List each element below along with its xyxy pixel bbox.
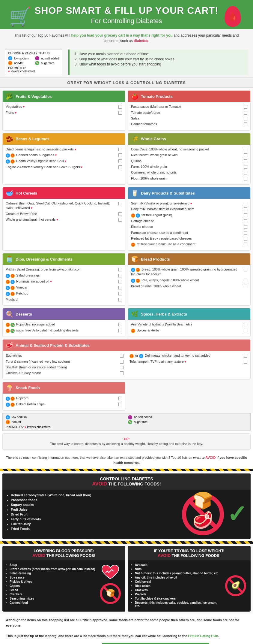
intro-text: This list of our Top 50 Favorites will h… [6, 33, 247, 44]
dairy-check-4[interactable] [244, 219, 247, 223]
wg-item-6: Flour: 100% whole grain [131, 176, 247, 181]
hc-item-1: Oatmeal (Irish Oats, Steel Cut, Old Fash… [6, 201, 122, 210]
protein-check-5[interactable] [244, 354, 247, 358]
beans-check-4[interactable] [118, 165, 122, 169]
promotes-title: PROMOTES: [8, 66, 26, 70]
pritikin-logo-text: pritikin www.pritikin.com [225, 642, 247, 644]
snacks-check-2[interactable] [118, 403, 122, 406]
nonfat-label: non-fat [14, 62, 23, 65]
dairy-item-1: Soy milk (Vanilla or plain): unsweetened… [131, 201, 247, 206]
promotes-label: lowers cholesterol [11, 70, 35, 73]
legend-title: CHOOSE A VARIETY THAT IS: [8, 52, 59, 55]
hc-check-3[interactable] [118, 218, 122, 222]
dairy-check-3[interactable] [244, 213, 247, 217]
spices-icon: 🌿 [131, 310, 138, 318]
wl-subtitle: THE FOLLOWING FOODS! [172, 553, 221, 558]
legend2-sugar-free-label: sugar free [134, 420, 147, 424]
dairy-check-5[interactable] [244, 225, 247, 229]
tomato-check-3[interactable] [244, 117, 247, 120]
dips-check-1[interactable] [118, 268, 122, 271]
dairy-icon: 🥛 [131, 189, 138, 197]
fruits-check-1[interactable] [118, 105, 122, 109]
spices-check-2[interactable] [244, 329, 247, 332]
dairy-check-1[interactable] [244, 202, 247, 205]
footer-text-1: Although the items on this shopping list… [6, 618, 247, 628]
dips-check-3[interactable] [118, 280, 122, 283]
dips-card: 🫙 Dips, Dressings & Condiments Pritikin … [2, 253, 125, 306]
beans-check-2[interactable] [118, 153, 122, 157]
wg-check-2[interactable] [244, 153, 247, 157]
fruits-card: 🥦 Fruits & Vegetables Vegetables ♥ Fruit… [2, 90, 125, 131]
protein-check-2[interactable] [120, 360, 124, 364]
legend2-sugar-free: 🍬 sugar free [128, 420, 247, 424]
bread-check-1[interactable] [244, 268, 247, 271]
tomato-check-2[interactable] [244, 111, 247, 115]
beans-icon: 🫘 [6, 135, 13, 143]
fruits-check-2[interactable] [118, 111, 122, 115]
spices-check-1[interactable] [244, 323, 247, 326]
sugar-free-label: sugar free [41, 62, 55, 65]
wg-check-5[interactable] [244, 171, 247, 174]
snacks-check-1[interactable] [118, 397, 122, 400]
protein-check-1[interactable] [120, 354, 124, 358]
wholegrains-title: Whole Grains [141, 137, 166, 141]
hotcereals-icon: 🥣 [6, 189, 13, 197]
dips-check-5[interactable] [118, 292, 122, 295]
visit-button[interactable]: Visit Pritikin.com for some delicious an… [102, 643, 209, 644]
wg-check-1[interactable] [244, 148, 247, 151]
no-salt-label: no salt added [41, 57, 59, 60]
dairy-check-7[interactable] [244, 237, 247, 240]
bread-check-2[interactable] [244, 279, 247, 282]
tomato-check-4[interactable] [244, 122, 247, 126]
protein-header: 🥩 Animal & Seafood Protein & Substitutes [3, 340, 250, 351]
dairy-check-8[interactable] [244, 243, 247, 246]
dips-check-2[interactable] [118, 274, 122, 277]
protein-check-4[interactable] [120, 371, 124, 375]
spices-body: Any Variety of Extracts (Vanilla Bean, e… [128, 320, 250, 336]
desserts-title: Desserts [16, 312, 32, 316]
desserts-check-2[interactable] [118, 329, 122, 332]
dips-item-6: Mustard [6, 297, 122, 302]
fruits-header: 🥦 Fruits & Vegetables [3, 91, 125, 102]
dips-check-4[interactable] [118, 286, 122, 289]
beans-check-1[interactable] [118, 148, 122, 151]
tip-2: Keep track of what goes into your cart b… [79, 57, 245, 61]
da-item-8: Fried Foods [11, 527, 179, 531]
beans-check-3[interactable] [118, 159, 122, 163]
wl-item-9: Tortilla chips & rice crackers [135, 597, 221, 600]
protein-check-6[interactable] [244, 360, 247, 364]
fruits-title: Fruits & Vegetables [16, 94, 52, 99]
diabetes-avoid-section: CONTROLLING DIABETES AVOID THE FOLLOWING… [2, 473, 251, 539]
snacks-icon: 🍿 [6, 384, 13, 392]
hc-check-2[interactable] [118, 212, 122, 216]
tomato-check-1[interactable] [244, 105, 247, 109]
bread-icon: 🍞 [131, 255, 138, 263]
protein-check-3[interactable] [120, 366, 124, 369]
dips-check-6[interactable] [118, 298, 122, 301]
legend2-low-sodium: 💧 low sodium [6, 415, 125, 419]
desserts-check-1[interactable] [118, 323, 122, 326]
wl-item-8: Pretzels [135, 593, 221, 596]
legend-items: 💧 low sodium 🚫 no salt added ⭕ non-fat 🍬… [8, 56, 59, 65]
legend2-sugar-free-icon: 🍬 [128, 420, 132, 424]
hc-check-1[interactable] [118, 202, 122, 205]
wg-item-4: Farro: 100% whole grain [131, 165, 247, 169]
wl-header: IF YOU'RE TRYING TO LOSE WEIGHT: AVOID T… [128, 546, 251, 560]
dairy-check-2[interactable] [244, 207, 247, 211]
dips-icon: 🫙 [6, 255, 13, 263]
wg-check-6[interactable] [244, 177, 247, 180]
legend-nonfat: ⭕ non-fat [8, 61, 32, 65]
dairy-check-6[interactable] [244, 231, 247, 235]
wg-check-4[interactable] [244, 165, 247, 169]
tip-label: TIP: [124, 437, 130, 441]
conflict-text-body: There is so much conflicting information… [6, 456, 247, 465]
dairy-item-2: Dairy milk: non-fat skim or evaporated s… [131, 207, 247, 211]
bread-check-3[interactable] [244, 285, 247, 288]
snacks-body: 💧⭕ Popcorn 💧⭕ Baked Tortilla chips [3, 394, 125, 410]
wg-check-3[interactable] [244, 159, 247, 163]
legend2-nonfat: ⭕ non-fat [6, 420, 125, 424]
dips-item-2: 💧⭕ Salad dressings [6, 273, 122, 278]
bp-avoid-word: AVOID [32, 553, 45, 558]
pritikin-link[interactable]: Pritikin Eating Plan [188, 634, 218, 638]
wl-item-5: Cold cereal [135, 580, 221, 583]
